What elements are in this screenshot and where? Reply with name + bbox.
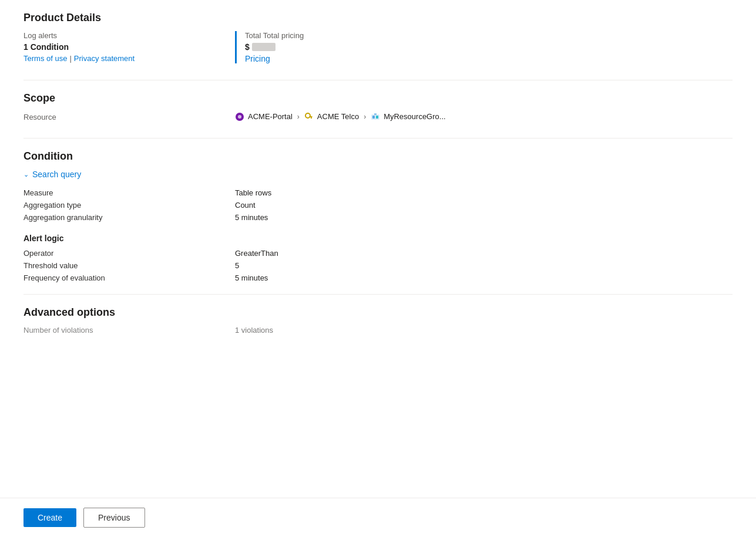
advanced-options-section: Advanced options Number of violations 1 … [23,306,733,335]
number-of-violations-value: 1 violations [235,326,733,335]
aggregation-type-label: Aggregation type [23,201,235,210]
threshold-label: Threshold value [23,261,235,270]
link-separator: | [69,54,71,63]
total-pricing-label: Total Total pricing [245,31,733,40]
pricing-value-blurred [252,43,275,51]
operator-row: Operator GreaterThan [23,249,733,258]
divider-3 [23,294,733,295]
condition-title: Condition [23,150,733,163]
log-alerts-label: Log alerts [23,31,235,40]
resource-group-icon [371,112,380,121]
log-alerts-col: Log alerts 1 Condition Terms of use | Pr… [23,31,235,63]
condition-section: Condition ⌄ Search query Measure Table r… [23,150,733,282]
resource-label: Resource [23,112,235,121]
svg-rect-6 [372,116,375,119]
pricing-amount: $ [245,42,733,52]
svg-rect-4 [311,117,312,119]
resource-item-0: ACME-Portal [235,112,293,121]
key-icon [304,112,314,121]
aggregation-type-row: Aggregation type Count [23,201,733,210]
dollar-sign: $ [245,42,250,52]
measure-value: Table rows [235,188,733,197]
number-of-violations-row: Number of violations 1 violations [23,326,733,335]
scope-title: Scope [23,92,733,104]
resource-row: Resource ACME-Portal › [23,112,733,121]
advanced-options-title: Advanced options [23,306,733,319]
resource-name-1: ACME Telco [317,112,359,121]
resource-item-1: ACME Telco [304,112,359,121]
svg-rect-3 [309,116,312,117]
chevron-right-icon-0: › [297,113,300,121]
previous-button[interactable]: Previous [83,508,145,528]
pricing-link[interactable]: Pricing [245,54,270,63]
aggregation-granularity-value: 5 minutes [235,213,733,222]
terms-of-use-link[interactable]: Terms of use [23,54,67,63]
legal-links-row: Terms of use | Privacy statement [23,54,235,63]
pricing-col: Total Total pricing $ Pricing [235,31,733,63]
privacy-statement-link[interactable]: Privacy statement [74,54,135,63]
search-query-toggle[interactable]: ⌄ Search query [23,170,733,179]
resource-name-0: ACME-Portal [248,112,293,121]
condition-count: 1 Condition [23,42,235,52]
search-query-label: Search query [32,170,81,179]
operator-label: Operator [23,249,235,258]
measure-row: Measure Table rows [23,188,733,197]
alert-logic-label: Alert logic [23,234,733,243]
chevron-down-icon: ⌄ [23,171,29,178]
threshold-row: Threshold value 5 [23,261,733,270]
divider-1 [23,80,733,80]
scope-section: Scope Resource ACME-Portal › [23,92,733,121]
resource-item-2: MyResourceGro... [371,112,445,121]
threshold-value: 5 [235,261,733,270]
aggregation-type-value: Count [235,201,733,210]
divider-2 [23,138,733,139]
purple-circle-icon [235,112,244,121]
svg-rect-7 [376,116,378,119]
frequency-row: Frequency of evaluation 5 minutes [23,273,733,282]
create-button[interactable]: Create [23,508,76,527]
footer-bar: Create Previous [0,498,756,537]
measure-label: Measure [23,188,235,197]
number-of-violations-label: Number of violations [23,326,235,335]
frequency-value: 5 minutes [235,273,733,282]
chevron-right-icon-1: › [364,113,366,121]
product-details-title: Product Details [23,12,733,24]
operator-value: GreaterThan [235,249,733,258]
product-details-section: Product Details Log alerts 1 Condition T… [23,12,733,63]
aggregation-granularity-label: Aggregation granularity [23,213,235,222]
resource-name-2: MyResourceGro... [384,112,445,121]
svg-point-1 [238,115,241,119]
resource-breadcrumb: ACME-Portal › ACME Telco › [235,112,733,121]
frequency-label: Frequency of evaluation [23,273,235,282]
aggregation-granularity-row: Aggregation granularity 5 minutes [23,213,733,222]
